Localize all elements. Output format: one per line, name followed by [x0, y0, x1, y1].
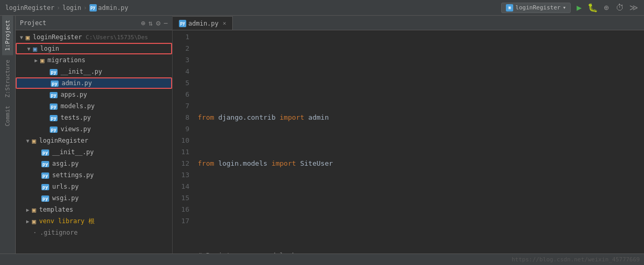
tree-item-loginregister-root[interactable]: ▣ loginRegister C:\Users\15735\Des [16, 31, 172, 43]
tree-item-admin-py[interactable]: admin.py [16, 77, 172, 89]
code-editor[interactable]: 1 2 3 4 5 6 7 8 9 10 11 12 13 14 15 16 1… [173, 30, 644, 254]
ln-16: 16 [173, 204, 189, 215]
ln-7: 7 [173, 100, 189, 112]
py-icon-urls [41, 183, 49, 190]
tree-item-settings[interactable]: settings.py [16, 169, 172, 181]
tree-item-init2[interactable]: __init__.py [16, 146, 172, 158]
ln-6: 6 [173, 89, 189, 100]
left-tab-structure[interactable]: Z:Structure [2, 55, 13, 102]
tree-item-migrations[interactable]: ▣ migrations [16, 54, 172, 66]
editor-tab-admin-py[interactable]: py admin.py ✕ [173, 16, 233, 30]
breadcrumb-app[interactable]: login [62, 4, 81, 11]
venv-label: venv library 根 [39, 217, 95, 226]
panel-settings-icon[interactable]: ⚙ [156, 19, 160, 27]
py-icon-wsgi [41, 194, 49, 202]
panel-minimize-icon[interactable]: − [164, 19, 168, 27]
tree-item-init[interactable]: __init__.py [16, 66, 172, 77]
run-config-selector[interactable]: ▣ loginRegister ▾ [501, 3, 571, 13]
ln-2: 2 [173, 43, 189, 54]
tree-item-templates[interactable]: ▣ templates [16, 204, 172, 215]
file-tree: ▣ loginRegister C:\Users\15735\Des ▣ log… [16, 30, 172, 254]
run-config-label: loginRegister [515, 4, 560, 11]
tab-label: admin.py [188, 20, 219, 27]
ln-17: 17 [173, 215, 189, 227]
chevron-venv [26, 218, 29, 224]
tab-close-btn[interactable]: ✕ [223, 20, 227, 27]
ln-5: 5 [173, 77, 189, 89]
tree-item-wsgi[interactable]: wsgi.py [16, 192, 172, 204]
left-tabs: 1:Project Z:Structure Commit [0, 16, 16, 254]
ln-13: 13 [173, 169, 189, 181]
gitignore-icon: · [33, 229, 37, 236]
kw-import-2: import [280, 112, 304, 123]
py-icon-admin [51, 79, 59, 87]
tree-item-urls[interactable]: urls.py [16, 181, 172, 192]
tree-item-asgi[interactable]: asgi.py [16, 158, 172, 169]
init-label: __init__.py [61, 68, 102, 75]
profile-button[interactable]: ⏱ [615, 3, 625, 13]
panel-sync-icon[interactable]: ⇅ [149, 19, 153, 27]
run-config-icon: ▣ [506, 4, 513, 11]
ln-3: 3 [173, 54, 189, 66]
line-numbers: 1 2 3 4 5 6 7 8 9 10 11 12 13 14 15 16 1… [173, 30, 194, 254]
py-icon-asgi [41, 160, 49, 167]
ln-12: 12 [173, 158, 189, 169]
run-button[interactable]: ▶ [574, 3, 584, 13]
wsgi-label: wsgi.py [52, 194, 79, 202]
chevron-login [27, 46, 30, 52]
code-line-1 [198, 66, 644, 77]
chevron-migrations [35, 57, 38, 63]
code-line-2: from django.contrib import admin [198, 112, 644, 123]
bottom-bar: https://blog.csdn.net/weixin_45777669 [0, 254, 644, 265]
breadcrumb-file[interactable]: py admin.py [89, 4, 129, 11]
ln-11: 11 [173, 146, 189, 158]
panel-header: Project ⊕ ⇅ ⚙ − [16, 16, 172, 30]
ln-15: 15 [173, 192, 189, 204]
loginregister-root-label: loginRegister [33, 33, 82, 41]
tree-item-apps-py[interactable]: apps.py [16, 89, 172, 100]
folder-icon-login: ▣ [33, 45, 37, 53]
tree-item-gitignore[interactable]: · .gitignore [16, 227, 172, 238]
code-content[interactable]: from django.contrib import admin from lo… [194, 30, 644, 254]
py-icon-settings [41, 171, 49, 179]
ln-9: 9 [173, 123, 189, 135]
run-config-chevron: ▾ [562, 4, 566, 11]
tree-item-venv[interactable]: ▣ venv library 根 [16, 215, 172, 227]
py-file-icon: py [89, 4, 97, 11]
debug-button[interactable]: 🐛 [587, 3, 598, 13]
views-py-label: views.py [61, 125, 91, 133]
chevron-templates [26, 207, 29, 213]
run-controls: ▣ loginRegister ▾ ▶ 🐛 ⊕ ⏱ ≫ [501, 3, 639, 13]
apps-py-label: apps.py [61, 91, 87, 98]
tree-item-models-py[interactable]: models.py [16, 100, 172, 112]
panel-add-icon[interactable]: ⊕ [141, 19, 145, 27]
py-icon-init [50, 68, 58, 75]
tree-item-login[interactable]: ▣ login [16, 43, 172, 54]
cmt-5: # Register your models here. [198, 250, 312, 254]
more-button[interactable]: ≫ [628, 3, 639, 13]
watermark: https://blog.csdn.net/weixin_45777669 [512, 256, 640, 263]
editor-area: py admin.py ✕ 1 2 3 4 5 6 7 8 9 10 11 12… [173, 16, 644, 254]
tab-py-icon: py [179, 20, 186, 27]
settings-label: settings.py [52, 171, 94, 179]
left-tab-project[interactable]: 1:Project [2, 16, 13, 55]
kw-from-3: from [198, 158, 214, 169]
gitignore-label: .gitignore [40, 229, 77, 236]
project-panel: Project ⊕ ⇅ ⚙ − ▣ loginRegister C:\Users… [16, 16, 173, 254]
code-line-5: # Register your models here. [198, 250, 644, 254]
tab-bar: py admin.py ✕ [173, 16, 644, 30]
tree-item-loginregister-pkg[interactable]: ▣ loginRegister [16, 135, 172, 146]
py-icon-init2 [41, 148, 49, 156]
tree-item-views-py[interactable]: views.py [16, 123, 172, 135]
breadcrumb-project[interactable]: loginRegister [5, 4, 54, 11]
folder-icon-pkg: ▣ [32, 137, 36, 145]
folder-icon-root: ▣ [26, 33, 30, 41]
py-icon-models [50, 102, 58, 110]
coverage-button[interactable]: ⊕ [601, 3, 612, 13]
tests-py-label: tests.py [61, 114, 91, 121]
migrations-label: migrations [48, 56, 85, 64]
tree-item-tests-py[interactable]: tests.py [16, 112, 172, 123]
ln-14: 14 [173, 181, 189, 192]
left-tab-commit[interactable]: Commit [2, 101, 13, 131]
panel-title: Project [20, 19, 138, 27]
